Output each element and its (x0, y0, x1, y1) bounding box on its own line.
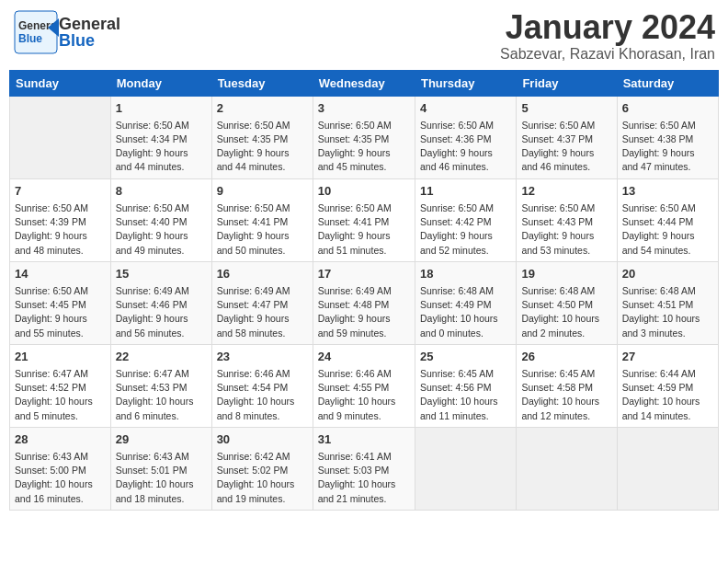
day-number: 1 (116, 100, 207, 117)
calendar-cell: 4Sunrise: 6:50 AMSunset: 4:36 PMDaylight… (415, 96, 516, 178)
day-info: Sunrise: 6:48 AMSunset: 4:51 PMDaylight:… (622, 284, 713, 340)
calendar-cell (517, 427, 617, 510)
day-number: 5 (521, 100, 611, 117)
calendar-cell: 8Sunrise: 6:50 AMSunset: 4:40 PMDaylight… (110, 178, 211, 261)
day-number: 22 (116, 349, 207, 365)
weekday-header-tuesday: Tuesday (211, 70, 313, 96)
day-number: 18 (420, 266, 511, 282)
calendar-week-3: 14Sunrise: 6:50 AMSunset: 4:45 PMDayligh… (10, 261, 719, 344)
calendar-cell: 11Sunrise: 6:50 AMSunset: 4:42 PMDayligh… (415, 178, 516, 261)
calendar-cell: 27Sunrise: 6:44 AMSunset: 4:59 PMDayligh… (617, 344, 718, 427)
day-info: Sunrise: 6:46 AMSunset: 4:55 PMDaylight:… (318, 367, 410, 423)
calendar-table: SundayMondayTuesdayWednesdayThursdayFrid… (9, 70, 719, 511)
day-number: 16 (217, 266, 308, 282)
weekday-header-thursday: Thursday (415, 70, 516, 96)
day-info: Sunrise: 6:47 AMSunset: 4:52 PMDaylight:… (15, 367, 106, 423)
calendar-body: 1Sunrise: 6:50 AMSunset: 4:34 PMDaylight… (10, 96, 719, 510)
day-info: Sunrise: 6:50 AMSunset: 4:44 PMDaylight:… (622, 201, 713, 258)
day-number: 9 (217, 183, 308, 200)
calendar-header: SundayMondayTuesdayWednesdayThursdayFrid… (10, 70, 719, 96)
logo-icon: General Blue (13, 9, 59, 55)
day-number: 17 (318, 266, 410, 282)
day-info: Sunrise: 6:49 AMSunset: 4:47 PMDaylight:… (217, 284, 308, 340)
day-info: Sunrise: 6:50 AMSunset: 4:35 PMDaylight:… (217, 119, 308, 175)
calendar-cell: 24Sunrise: 6:46 AMSunset: 4:55 PMDayligh… (313, 344, 415, 427)
weekday-header-monday: Monday (110, 70, 211, 96)
calendar-cell: 1Sunrise: 6:50 AMSunset: 4:34 PMDaylight… (110, 96, 211, 178)
weekday-header-saturday: Saturday (617, 70, 718, 96)
calendar-cell: 13Sunrise: 6:50 AMSunset: 4:44 PMDayligh… (617, 178, 718, 261)
logo-blue-text: Blue (59, 32, 120, 49)
day-info: Sunrise: 6:50 AMSunset: 4:37 PMDaylight:… (521, 119, 611, 175)
day-number: 30 (217, 431, 308, 448)
day-info: Sunrise: 6:43 AMSunset: 5:01 PMDaylight:… (116, 450, 207, 506)
calendar-cell (10, 96, 111, 178)
calendar-cell: 17Sunrise: 6:49 AMSunset: 4:48 PMDayligh… (313, 261, 415, 344)
calendar-cell: 7Sunrise: 6:50 AMSunset: 4:39 PMDaylight… (10, 178, 111, 261)
day-number: 3 (318, 100, 410, 117)
day-number: 25 (420, 349, 511, 365)
day-number: 13 (622, 183, 713, 200)
day-info: Sunrise: 6:50 AMSunset: 4:41 PMDaylight:… (318, 201, 410, 258)
day-number: 28 (15, 431, 106, 448)
page-title: January 2024 (500, 9, 715, 46)
day-number: 8 (116, 183, 207, 200)
day-number: 24 (318, 349, 410, 365)
calendar-cell (415, 427, 516, 510)
logo: General Blue General Blue (13, 9, 120, 55)
weekday-header-sunday: Sunday (10, 70, 111, 96)
day-info: Sunrise: 6:50 AMSunset: 4:38 PMDaylight:… (622, 119, 713, 175)
day-info: Sunrise: 6:50 AMSunset: 4:39 PMDaylight:… (15, 201, 106, 258)
day-info: Sunrise: 6:48 AMSunset: 4:50 PMDaylight:… (521, 284, 611, 340)
calendar-cell: 28Sunrise: 6:43 AMSunset: 5:00 PMDayligh… (10, 427, 111, 510)
page-subtitle: Sabzevar, Razavi Khorasan, Iran (500, 46, 715, 63)
day-info: Sunrise: 6:50 AMSunset: 4:34 PMDaylight:… (116, 119, 207, 175)
calendar-cell: 10Sunrise: 6:50 AMSunset: 4:41 PMDayligh… (313, 178, 415, 261)
weekday-header-row: SundayMondayTuesdayWednesdayThursdayFrid… (10, 70, 719, 96)
calendar-cell: 30Sunrise: 6:42 AMSunset: 5:02 PMDayligh… (211, 427, 313, 510)
day-number: 31 (318, 431, 410, 448)
calendar-cell (617, 427, 718, 510)
calendar-cell: 16Sunrise: 6:49 AMSunset: 4:47 PMDayligh… (211, 261, 313, 344)
day-info: Sunrise: 6:50 AMSunset: 4:42 PMDaylight:… (420, 201, 511, 258)
day-info: Sunrise: 6:49 AMSunset: 4:48 PMDaylight:… (318, 284, 410, 340)
day-number: 21 (15, 349, 106, 365)
weekday-header-wednesday: Wednesday (313, 70, 415, 96)
day-info: Sunrise: 6:47 AMSunset: 4:53 PMDaylight:… (116, 367, 207, 423)
day-info: Sunrise: 6:50 AMSunset: 4:36 PMDaylight:… (420, 119, 511, 175)
calendar-cell: 29Sunrise: 6:43 AMSunset: 5:01 PMDayligh… (110, 427, 211, 510)
calendar-cell: 3Sunrise: 6:50 AMSunset: 4:35 PMDaylight… (313, 96, 415, 178)
day-number: 11 (420, 183, 511, 200)
title-block: January 2024 Sabzevar, Razavi Khorasan, … (500, 9, 715, 63)
day-number: 14 (15, 266, 106, 282)
day-number: 12 (521, 183, 611, 200)
day-info: Sunrise: 6:50 AMSunset: 4:45 PMDaylight:… (15, 284, 106, 340)
day-number: 27 (622, 349, 713, 365)
day-number: 4 (420, 100, 511, 117)
day-info: Sunrise: 6:43 AMSunset: 5:00 PMDaylight:… (15, 450, 106, 506)
day-info: Sunrise: 6:50 AMSunset: 4:40 PMDaylight:… (116, 201, 207, 258)
day-number: 6 (622, 100, 713, 117)
day-info: Sunrise: 6:41 AMSunset: 5:03 PMDaylight:… (318, 450, 410, 506)
day-number: 29 (116, 431, 207, 448)
day-info: Sunrise: 6:44 AMSunset: 4:59 PMDaylight:… (622, 367, 713, 423)
calendar-cell: 31Sunrise: 6:41 AMSunset: 5:03 PMDayligh… (313, 427, 415, 510)
day-info: Sunrise: 6:50 AMSunset: 4:41 PMDaylight:… (217, 201, 308, 258)
day-number: 26 (521, 349, 611, 365)
calendar-cell: 19Sunrise: 6:48 AMSunset: 4:50 PMDayligh… (517, 261, 617, 344)
calendar-cell: 15Sunrise: 6:49 AMSunset: 4:46 PMDayligh… (110, 261, 211, 344)
calendar-cell: 23Sunrise: 6:46 AMSunset: 4:54 PMDayligh… (211, 344, 313, 427)
day-info: Sunrise: 6:48 AMSunset: 4:49 PMDaylight:… (420, 284, 511, 340)
logo-general-text: General (59, 16, 120, 32)
day-number: 2 (217, 100, 308, 117)
svg-text:Blue: Blue (18, 32, 42, 45)
weekday-header-friday: Friday (517, 70, 617, 96)
day-info: Sunrise: 6:42 AMSunset: 5:02 PMDaylight:… (217, 450, 308, 506)
calendar-cell: 20Sunrise: 6:48 AMSunset: 4:51 PMDayligh… (617, 261, 718, 344)
day-info: Sunrise: 6:50 AMSunset: 4:35 PMDaylight:… (318, 119, 410, 175)
calendar-cell: 12Sunrise: 6:50 AMSunset: 4:43 PMDayligh… (517, 178, 617, 261)
calendar-week-4: 21Sunrise: 6:47 AMSunset: 4:52 PMDayligh… (10, 344, 719, 427)
calendar-cell: 25Sunrise: 6:45 AMSunset: 4:56 PMDayligh… (415, 344, 516, 427)
day-info: Sunrise: 6:46 AMSunset: 4:54 PMDaylight:… (217, 367, 308, 423)
calendar-cell: 18Sunrise: 6:48 AMSunset: 4:49 PMDayligh… (415, 261, 516, 344)
